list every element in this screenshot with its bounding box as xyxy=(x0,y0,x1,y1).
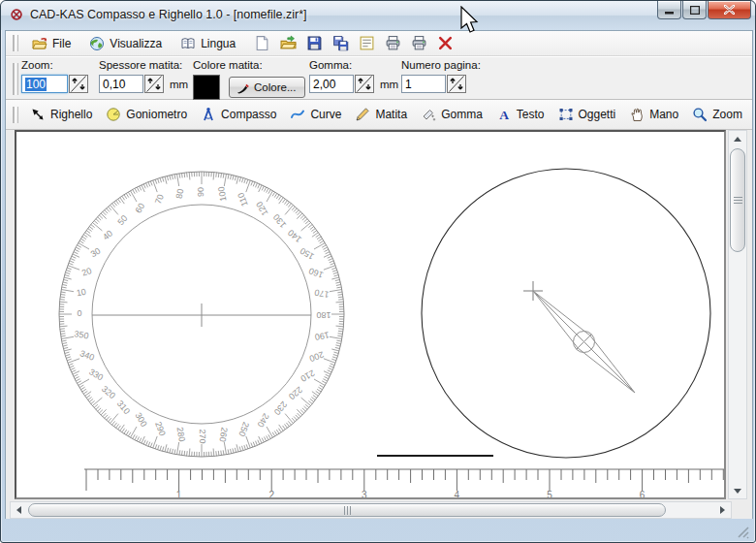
tool-label: Righello xyxy=(50,108,92,121)
open-folder-icon xyxy=(280,35,299,51)
globe-icon xyxy=(89,36,105,51)
vertical-scrollbar[interactable] xyxy=(728,130,747,499)
menu-item-label: Lingua xyxy=(201,37,236,50)
maximize-icon xyxy=(690,6,700,15)
page-number-input[interactable] xyxy=(401,75,446,93)
print-button[interactable] xyxy=(383,33,406,54)
printer-icon xyxy=(385,35,404,51)
horizontal-scroll-thumb[interactable] xyxy=(28,503,666,517)
zoom-input[interactable]: 100 xyxy=(21,75,68,93)
scroll-right-button[interactable] xyxy=(714,502,731,518)
menu-item-label: Visualizza xyxy=(110,37,162,50)
delete-button[interactable] xyxy=(435,33,458,54)
menubar: FileVisualizzaLingua xyxy=(6,31,752,56)
scroll-down-button[interactable] xyxy=(729,483,746,498)
save-icon xyxy=(306,35,326,51)
pen-width-stepper[interactable] xyxy=(144,75,164,93)
page-number-label: Numero pagina: xyxy=(401,59,481,71)
curve-icon xyxy=(290,107,305,122)
tool-goniometro[interactable]: Goniometro xyxy=(102,105,191,124)
toolbar-gripper[interactable] xyxy=(15,35,18,51)
eraser-size-stepper[interactable] xyxy=(355,75,374,93)
svg-text:240: 240 xyxy=(255,411,270,429)
tool-compasso[interactable]: Compasso xyxy=(197,105,280,124)
svg-text:350: 350 xyxy=(74,329,90,340)
pen-width-field: Spessore matita: mm xyxy=(99,59,188,93)
svg-text:30: 30 xyxy=(89,246,103,260)
new-document-button[interactable] xyxy=(252,33,275,54)
zoom-field: Zoom: 100 xyxy=(21,59,88,93)
move-arrow-icon xyxy=(30,107,46,122)
toolbar-gripper[interactable] xyxy=(15,63,18,95)
pen-icon xyxy=(236,80,250,95)
svg-text:4: 4 xyxy=(455,490,460,497)
svg-text:200: 200 xyxy=(308,349,326,364)
cad-kas-logo-icon xyxy=(9,7,24,22)
tool-righello[interactable]: Righello xyxy=(26,105,96,124)
horizontal-scrollbar[interactable] xyxy=(10,501,732,519)
svg-text:150: 150 xyxy=(299,245,316,261)
svg-text:310: 310 xyxy=(115,399,132,416)
tool-zoom[interactable]: Zoom xyxy=(688,105,746,124)
svg-text:2: 2 xyxy=(268,490,274,497)
book-icon xyxy=(180,36,196,51)
tool-matita[interactable]: Matita xyxy=(351,105,411,124)
thumb-grip-icon xyxy=(734,197,742,204)
page-list-icon xyxy=(359,35,378,51)
svg-text:10: 10 xyxy=(76,287,87,299)
svg-text:260: 260 xyxy=(217,427,229,443)
arrow-left-icon xyxy=(16,506,21,514)
svg-text:280: 280 xyxy=(174,427,186,443)
arrow-up-icon xyxy=(734,137,741,142)
color-picker-button[interactable]: Colore... xyxy=(229,77,305,98)
svg-text:120: 120 xyxy=(254,200,269,217)
zoom-stepper[interactable] xyxy=(69,75,88,93)
tool-curve[interactable]: Curve xyxy=(286,105,345,124)
save-as-button[interactable] xyxy=(331,33,354,54)
maximize-button[interactable] xyxy=(682,1,707,19)
close-icon xyxy=(724,5,735,15)
tool-mano[interactable]: Mano xyxy=(625,105,682,124)
svg-text:290: 290 xyxy=(153,420,168,437)
tool-gomma[interactable]: Gomma xyxy=(417,105,487,124)
minimize-button[interactable] xyxy=(657,1,681,19)
vertical-scroll-thumb[interactable] xyxy=(730,148,745,252)
save-button[interactable] xyxy=(304,33,328,54)
close-button[interactable] xyxy=(708,1,751,19)
pen-color-label: Colore matita: xyxy=(193,59,305,71)
titlebar[interactable]: CAD-KAS Compasso e Righello 1.0 - [nomef… xyxy=(1,1,755,30)
objects-icon xyxy=(558,107,574,122)
printer-icon xyxy=(411,35,430,51)
tool-testo[interactable]: ATesto xyxy=(492,105,549,124)
tool-label: Curve xyxy=(310,108,341,121)
pen-width-input[interactable] xyxy=(99,75,143,93)
tool-oggetti[interactable]: Oggetti xyxy=(554,105,620,124)
scroll-left-button[interactable] xyxy=(11,502,27,518)
svg-text:60: 60 xyxy=(134,202,147,215)
pen-color-swatch[interactable] xyxy=(193,75,220,100)
magnifier-icon xyxy=(692,107,708,122)
eraser-size-label: Gomma: xyxy=(309,59,398,71)
resize-grip[interactable] xyxy=(734,523,751,540)
svg-text:210: 210 xyxy=(299,367,316,383)
svg-text:300: 300 xyxy=(133,411,148,429)
svg-text:90: 90 xyxy=(196,187,205,197)
open-button[interactable] xyxy=(278,33,301,54)
eraser-size-input[interactable] xyxy=(309,75,354,93)
tool-label: Compasso xyxy=(221,108,276,121)
svg-text:40: 40 xyxy=(101,228,114,241)
print-preview-button[interactable] xyxy=(409,33,432,54)
page-setup-button[interactable] xyxy=(357,33,380,54)
tool-label: Testo xyxy=(517,108,545,121)
drawing-canvas[interactable]: 0102030405060708090100110120130140150160… xyxy=(15,130,726,499)
client-area: FileVisualizzaLingua Zoom: 100 Spessore … xyxy=(5,30,753,519)
scroll-up-button[interactable] xyxy=(729,131,746,146)
menu-lingua[interactable]: Lingua xyxy=(174,34,241,53)
tools-toolbar: RighelloGoniometroCompassoCurveMatitaGom… xyxy=(6,100,752,130)
thumb-grip-icon xyxy=(344,506,351,515)
pencil-icon xyxy=(355,107,370,122)
menu-visualizza[interactable]: Visualizza xyxy=(83,34,168,53)
menu-file[interactable]: File xyxy=(26,34,77,53)
page-number-stepper[interactable] xyxy=(447,75,466,93)
toolbar-gripper[interactable] xyxy=(15,107,18,123)
